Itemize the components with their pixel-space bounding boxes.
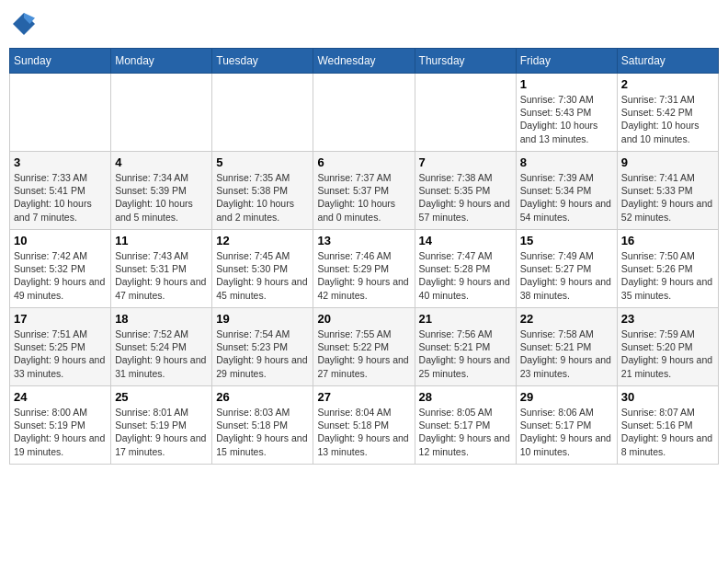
day-number: 18: [115, 312, 208, 326]
day-number: 19: [216, 312, 309, 326]
calendar-cell: 10Sunrise: 7:42 AM Sunset: 5:32 PM Dayli…: [10, 230, 111, 308]
day-number: 13: [317, 234, 410, 247]
calendar-week-row: 24Sunrise: 8:00 AM Sunset: 5:19 PM Dayli…: [10, 386, 719, 465]
day-number: 20: [317, 312, 410, 326]
day-number: 1: [520, 77, 613, 91]
weekday-header: Monday: [111, 49, 212, 74]
day-number: 26: [216, 390, 309, 404]
calendar-cell: 16Sunrise: 7:50 AM Sunset: 5:26 PM Dayli…: [617, 230, 718, 308]
day-info: Sunrise: 7:45 AM Sunset: 5:30 PM Dayligh…: [216, 249, 309, 302]
day-number: 28: [419, 390, 512, 404]
day-number: 17: [14, 312, 107, 326]
day-number: 3: [14, 155, 107, 169]
day-info: Sunrise: 8:03 AM Sunset: 5:18 PM Dayligh…: [216, 406, 309, 458]
day-info: Sunrise: 8:07 AM Sunset: 5:16 PM Dayligh…: [621, 406, 714, 458]
logo: [9, 9, 42, 39]
day-number: 9: [621, 155, 714, 169]
calendar-week-row: 1Sunrise: 7:30 AM Sunset: 5:43 PM Daylig…: [10, 74, 719, 152]
calendar-body: 1Sunrise: 7:30 AM Sunset: 5:43 PM Daylig…: [10, 74, 719, 465]
calendar-week-row: 10Sunrise: 7:42 AM Sunset: 5:32 PM Dayli…: [10, 230, 719, 308]
calendar-cell: 20Sunrise: 7:55 AM Sunset: 5:22 PM Dayli…: [313, 308, 415, 386]
calendar-cell: 4Sunrise: 7:34 AM Sunset: 5:39 PM Daylig…: [111, 152, 212, 230]
weekday-header: Thursday: [415, 49, 516, 74]
calendar-week-row: 3Sunrise: 7:33 AM Sunset: 5:41 PM Daylig…: [10, 152, 719, 230]
day-number: 7: [419, 155, 512, 169]
day-info: Sunrise: 7:43 AM Sunset: 5:31 PM Dayligh…: [115, 249, 208, 302]
calendar-cell: 1Sunrise: 7:30 AM Sunset: 5:43 PM Daylig…: [516, 74, 617, 152]
calendar-cell: 9Sunrise: 7:41 AM Sunset: 5:33 PM Daylig…: [617, 152, 718, 230]
day-number: 24: [14, 390, 107, 404]
day-info: Sunrise: 7:33 AM Sunset: 5:41 PM Dayligh…: [14, 171, 107, 224]
day-number: 25: [115, 390, 208, 404]
calendar-week-row: 17Sunrise: 7:51 AM Sunset: 5:25 PM Dayli…: [10, 308, 719, 386]
calendar-cell: [10, 74, 111, 152]
weekday-header: Sunday: [10, 49, 111, 74]
calendar-cell: 26Sunrise: 8:03 AM Sunset: 5:18 PM Dayli…: [212, 386, 313, 465]
day-number: 4: [115, 155, 208, 169]
day-info: Sunrise: 7:37 AM Sunset: 5:37 PM Dayligh…: [317, 171, 410, 224]
calendar-cell: 17Sunrise: 7:51 AM Sunset: 5:25 PM Dayli…: [10, 308, 111, 386]
calendar-cell: 5Sunrise: 7:35 AM Sunset: 5:38 PM Daylig…: [212, 152, 313, 230]
calendar-cell: [313, 74, 415, 152]
day-number: 6: [317, 155, 410, 169]
day-info: Sunrise: 7:55 AM Sunset: 5:22 PM Dayligh…: [317, 327, 410, 380]
calendar-cell: [212, 74, 313, 152]
day-number: 27: [317, 390, 410, 404]
day-info: Sunrise: 7:46 AM Sunset: 5:29 PM Dayligh…: [317, 249, 410, 302]
calendar-cell: 8Sunrise: 7:39 AM Sunset: 5:34 PM Daylig…: [516, 152, 617, 230]
day-number: 23: [621, 312, 714, 326]
weekday-header-row: SundayMondayTuesdayWednesdayThursdayFrid…: [10, 49, 719, 74]
calendar-cell: 29Sunrise: 8:06 AM Sunset: 5:17 PM Dayli…: [516, 386, 617, 465]
day-info: Sunrise: 8:06 AM Sunset: 5:17 PM Dayligh…: [520, 406, 613, 458]
day-info: Sunrise: 8:00 AM Sunset: 5:19 PM Dayligh…: [14, 406, 107, 458]
day-info: Sunrise: 7:47 AM Sunset: 5:28 PM Dayligh…: [419, 249, 512, 302]
calendar-header: SundayMondayTuesdayWednesdayThursdayFrid…: [10, 49, 719, 74]
calendar-cell: 12Sunrise: 7:45 AM Sunset: 5:30 PM Dayli…: [212, 230, 313, 308]
day-info: Sunrise: 7:54 AM Sunset: 5:23 PM Dayligh…: [216, 327, 309, 380]
day-info: Sunrise: 7:51 AM Sunset: 5:25 PM Dayligh…: [14, 327, 107, 380]
weekday-header: Friday: [516, 49, 617, 74]
day-info: Sunrise: 8:01 AM Sunset: 5:19 PM Dayligh…: [115, 406, 208, 458]
day-info: Sunrise: 7:58 AM Sunset: 5:21 PM Dayligh…: [520, 327, 613, 380]
day-info: Sunrise: 8:04 AM Sunset: 5:18 PM Dayligh…: [317, 406, 410, 458]
day-info: Sunrise: 7:34 AM Sunset: 5:39 PM Dayligh…: [115, 171, 208, 224]
day-info: Sunrise: 7:30 AM Sunset: 5:43 PM Dayligh…: [520, 93, 613, 145]
calendar-cell: 13Sunrise: 7:46 AM Sunset: 5:29 PM Dayli…: [313, 230, 415, 308]
calendar-cell: 6Sunrise: 7:37 AM Sunset: 5:37 PM Daylig…: [313, 152, 415, 230]
day-info: Sunrise: 7:49 AM Sunset: 5:27 PM Dayligh…: [520, 249, 613, 302]
day-info: Sunrise: 7:39 AM Sunset: 5:34 PM Dayligh…: [520, 171, 613, 224]
weekday-header: Wednesday: [313, 49, 415, 74]
day-info: Sunrise: 7:52 AM Sunset: 5:24 PM Dayligh…: [115, 327, 208, 380]
day-number: 16: [621, 234, 714, 247]
calendar-cell: 30Sunrise: 8:07 AM Sunset: 5:16 PM Dayli…: [617, 386, 718, 465]
weekday-header: Saturday: [617, 49, 718, 74]
calendar-cell: 28Sunrise: 8:05 AM Sunset: 5:17 PM Dayli…: [415, 386, 516, 465]
day-number: 2: [621, 77, 714, 91]
day-number: 21: [419, 312, 512, 326]
calendar-cell: 15Sunrise: 7:49 AM Sunset: 5:27 PM Dayli…: [516, 230, 617, 308]
calendar-cell: 11Sunrise: 7:43 AM Sunset: 5:31 PM Dayli…: [111, 230, 212, 308]
calendar-cell: 18Sunrise: 7:52 AM Sunset: 5:24 PM Dayli…: [111, 308, 212, 386]
day-info: Sunrise: 7:42 AM Sunset: 5:32 PM Dayligh…: [14, 249, 107, 302]
logo-icon: [9, 9, 39, 39]
calendar-cell: 25Sunrise: 8:01 AM Sunset: 5:19 PM Dayli…: [111, 386, 212, 465]
day-info: Sunrise: 7:35 AM Sunset: 5:38 PM Dayligh…: [216, 171, 309, 224]
day-number: 30: [621, 390, 714, 404]
calendar-cell: 2Sunrise: 7:31 AM Sunset: 5:42 PM Daylig…: [617, 74, 718, 152]
day-info: Sunrise: 7:41 AM Sunset: 5:33 PM Dayligh…: [621, 171, 714, 224]
weekday-header: Tuesday: [212, 49, 313, 74]
day-info: Sunrise: 7:38 AM Sunset: 5:35 PM Dayligh…: [419, 171, 512, 224]
calendar-cell: 19Sunrise: 7:54 AM Sunset: 5:23 PM Dayli…: [212, 308, 313, 386]
calendar-cell: 21Sunrise: 7:56 AM Sunset: 5:21 PM Dayli…: [415, 308, 516, 386]
day-number: 22: [520, 312, 613, 326]
day-number: 8: [520, 155, 613, 169]
calendar-cell: 14Sunrise: 7:47 AM Sunset: 5:28 PM Dayli…: [415, 230, 516, 308]
calendar-cell: 23Sunrise: 7:59 AM Sunset: 5:20 PM Dayli…: [617, 308, 718, 386]
day-number: 5: [216, 155, 309, 169]
day-info: Sunrise: 8:05 AM Sunset: 5:17 PM Dayligh…: [419, 406, 512, 458]
day-number: 12: [216, 234, 309, 247]
calendar-cell: 22Sunrise: 7:58 AM Sunset: 5:21 PM Dayli…: [516, 308, 617, 386]
calendar-cell: 3Sunrise: 7:33 AM Sunset: 5:41 PM Daylig…: [10, 152, 111, 230]
calendar-cell: 24Sunrise: 8:00 AM Sunset: 5:19 PM Dayli…: [10, 386, 111, 465]
calendar-cell: [415, 74, 516, 152]
